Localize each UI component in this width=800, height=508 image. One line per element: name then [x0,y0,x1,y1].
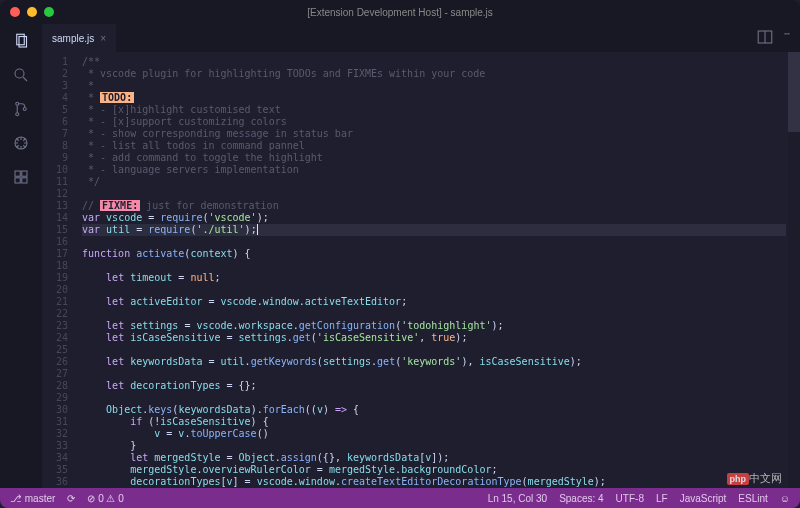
encoding[interactable]: UTF-8 [616,493,644,504]
code-line[interactable]: var util = require('./util'); [82,224,786,236]
code-line[interactable]: // FIXME: just for demonstration [82,200,786,212]
code-line[interactable] [82,236,786,248]
svg-point-4 [16,102,19,105]
code-line[interactable]: let decorationTypes = {}; [82,380,786,392]
sync-button[interactable]: ⟳ [67,493,75,504]
code-line[interactable]: let mergedStyle = Object.assign({}, keyw… [82,452,786,464]
code-line[interactable]: * - add command to toggle the highlight [82,152,786,164]
window-controls [10,7,54,17]
svg-rect-8 [15,171,20,176]
tab-sample-js[interactable]: sample.js × [42,24,116,52]
code-line[interactable]: */ [82,176,786,188]
code-line[interactable] [82,188,786,200]
zoom-window-button[interactable] [44,7,54,17]
code-line[interactable]: var vscode = require('vscode'); [82,212,786,224]
debug-icon[interactable] [12,134,30,154]
code-line[interactable] [82,368,786,380]
status-bar: ⎇ master ⟳ ⊘ 0 ⚠ 0 Ln 15, Col 30 Spaces:… [0,488,800,508]
code-line[interactable]: * - [x]support customizing colors [82,116,786,128]
svg-rect-11 [22,178,27,183]
svg-rect-10 [15,178,20,183]
code-line[interactable]: * vscode plugin for highlighting TODOs a… [82,68,786,80]
extensions-icon[interactable] [12,168,30,188]
code-line[interactable]: if (!isCaseSensitive) { [82,416,786,428]
line-number-gutter: 1234567891011121314151617181920212223242… [42,52,76,488]
svg-point-5 [16,113,19,116]
editor-actions: ⋯ [756,28,800,48]
split-editor-icon[interactable] [756,28,774,48]
svg-point-6 [23,108,26,111]
git-branch[interactable]: ⎇ master [10,493,55,504]
workspace: sample.js × ⋯ 12345678910111213141516171… [0,24,800,488]
vertical-scrollbar[interactable] [788,52,800,488]
language-mode[interactable]: JavaScript [680,493,727,504]
window-title: [Extension Development Host] - sample.js [307,7,493,18]
code-line[interactable]: let isCaseSensitive = settings.get('isCa… [82,332,786,344]
code-line[interactable]: } [82,440,786,452]
cursor-position[interactable]: Ln 15, Col 30 [488,493,548,504]
explorer-icon[interactable] [11,32,31,52]
svg-line-3 [23,77,27,81]
eslint-status[interactable]: ESLint [738,493,767,504]
code-line[interactable]: * [82,80,786,92]
code-line[interactable]: * - language servers implementation [82,164,786,176]
code-line[interactable]: mergedStyle.overviewRulerColor = mergedS… [82,464,786,476]
code-lines[interactable]: /** * vscode plugin for highlighting TOD… [82,52,786,488]
titlebar: [Extension Development Host] - sample.js [0,0,800,24]
eol[interactable]: LF [656,493,668,504]
problems-indicator[interactable]: ⊘ 0 ⚠ 0 [87,493,123,504]
tab-label: sample.js [52,33,94,44]
svg-rect-9 [22,171,27,176]
editor-area: sample.js × ⋯ 12345678910111213141516171… [42,24,800,488]
source-control-icon[interactable] [12,100,30,120]
code-line[interactable]: * TODO: [82,92,786,104]
code-line[interactable]: let activeEditor = vscode.window.activeT… [82,296,786,308]
code-line[interactable] [82,392,786,404]
activity-bar [0,24,42,488]
code-line[interactable]: decorationTypes[v] = vscode.window.creat… [82,476,786,488]
code-line[interactable] [82,284,786,296]
close-window-button[interactable] [10,7,20,17]
code-line[interactable]: Object.keys(keywordsData).forEach((v) =>… [82,404,786,416]
code-line[interactable]: let keywordsData = util.getKeywords(sett… [82,356,786,368]
code-line[interactable]: * - list all todos in command pannel [82,140,786,152]
close-icon[interactable]: × [100,33,106,44]
code-line[interactable]: function activate(context) { [82,248,786,260]
svg-rect-1 [19,37,27,48]
code-line[interactable]: /** [82,56,786,68]
code-editor[interactable]: 1234567891011121314151617181920212223242… [42,52,800,488]
code-line[interactable] [82,308,786,320]
code-line[interactable]: * - [x]highlight customised text [82,104,786,116]
tab-bar: sample.js × ⋯ [42,24,800,52]
code-line[interactable] [82,260,786,272]
svg-rect-0 [17,34,25,45]
code-line[interactable]: * - show corresponding message in status… [82,128,786,140]
svg-point-2 [15,69,24,78]
search-icon[interactable] [12,66,30,86]
minimize-window-button[interactable] [27,7,37,17]
code-line[interactable]: v = v.toUpperCase() [82,428,786,440]
feedback-icon[interactable]: ☺ [780,493,790,504]
code-line[interactable]: let timeout = null; [82,272,786,284]
code-line[interactable]: let settings = vscode.workspace.getConfi… [82,320,786,332]
watermark: php中文网 [727,471,783,486]
more-actions-icon[interactable]: ⋯ [784,28,790,48]
scrollbar-thumb[interactable] [788,52,800,132]
indentation[interactable]: Spaces: 4 [559,493,603,504]
code-line[interactable] [82,344,786,356]
